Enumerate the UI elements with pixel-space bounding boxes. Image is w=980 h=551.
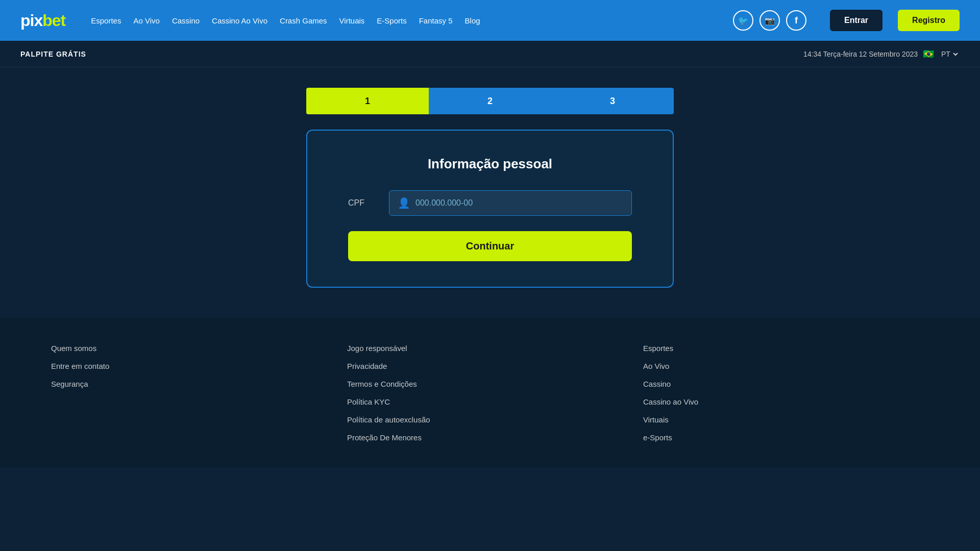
footer-virtuais[interactable]: Virtuais (643, 415, 929, 424)
form-title: Informação pessoal (348, 156, 632, 172)
social-links: 🐦 📷 f (733, 10, 806, 31)
footer-protecao-menores[interactable]: Proteção De Menores (347, 433, 633, 442)
logo-pix: pix (20, 11, 42, 30)
logo[interactable]: pixbet (20, 11, 65, 30)
footer-ao-vivo[interactable]: Ao Vivo (643, 362, 929, 370)
nav-fantasy5[interactable]: Fantasy 5 (419, 16, 453, 25)
cpf-input-wrapper: 👤 (389, 190, 632, 216)
continuar-button[interactable]: Continuar (348, 231, 632, 261)
footer-jogo-responsavel[interactable]: Jogo responsável (347, 344, 633, 353)
nav-esportes[interactable]: Esportes (91, 16, 121, 25)
step-2[interactable]: 2 (429, 88, 551, 114)
flag-icon: 🇧🇷 (923, 48, 934, 60)
nav-cassino-ao-vivo[interactable]: Cassino Ao Vivo (212, 16, 267, 25)
footer-seguranca[interactable]: Segurança (51, 380, 337, 388)
nav-e-sports[interactable]: E-Sports (377, 16, 406, 25)
instagram-icon[interactable]: 📷 (760, 10, 780, 31)
nav-cassino[interactable]: Cassino (172, 16, 200, 25)
nav-virtuais[interactable]: Virtuais (339, 16, 365, 25)
step-3[interactable]: 3 (551, 88, 674, 114)
registro-button[interactable]: Registro (898, 10, 960, 31)
footer-esportes[interactable]: Esportes (643, 344, 929, 353)
footer-cassino-ao-vivo[interactable]: Cassino ao Vivo (643, 397, 929, 406)
footer-col-1: Quem somos Entre em contato Segurança (51, 344, 337, 442)
header: pixbet Esportes Ao Vivo Cassino Cassino … (0, 0, 980, 41)
step-1[interactable]: 1 (306, 88, 429, 114)
footer-col-2: Jogo responsável Privacidade Termos e Co… (347, 344, 633, 442)
footer-autoexclusao[interactable]: Política de autoexclusão (347, 415, 633, 424)
palpite-gratis-label: PALPITE GRÁTIS (20, 50, 86, 58)
footer-kyc[interactable]: Política KYC (347, 397, 633, 406)
nav-crash-games[interactable]: Crash Games (280, 16, 327, 25)
step-1-label: 1 (365, 96, 370, 107)
main-nav: Esportes Ao Vivo Cassino Cassino Ao Vivo… (91, 16, 718, 25)
footer-grid: Quem somos Entre em contato Segurança Jo… (51, 344, 929, 442)
entrar-button[interactable]: Entrar (830, 10, 883, 31)
cpf-input[interactable] (415, 198, 623, 208)
step-2-label: 2 (487, 96, 493, 107)
footer-cassino[interactable]: Cassino (643, 380, 929, 388)
facebook-icon[interactable]: f (786, 10, 806, 31)
sub-header: PALPITE GRÁTIS 14:34 Terça-feira 12 Sete… (0, 41, 980, 67)
footer-e-sports[interactable]: e-Sports (643, 433, 929, 442)
cpf-row: CPF 👤 (348, 190, 632, 216)
nav-blog[interactable]: Blog (465, 16, 480, 25)
footer-entre-em-contato[interactable]: Entre em contato (51, 362, 337, 370)
steps-container: 1 2 3 (306, 88, 674, 114)
datetime-lang: 14:34 Terça-feira 12 Setembro 2023 🇧🇷 PT… (803, 48, 960, 60)
footer-quem-somos[interactable]: Quem somos (51, 344, 337, 353)
cpf-label: CPF (348, 198, 379, 208)
person-icon: 👤 (398, 197, 410, 209)
step-3-label: 3 (610, 96, 615, 107)
footer-privacidade[interactable]: Privacidade (347, 362, 633, 370)
logo-bet: bet (42, 11, 65, 30)
main-content: 1 2 3 Informação pessoal CPF 👤 Continuar (0, 67, 980, 318)
twitter-icon[interactable]: 🐦 (733, 10, 753, 31)
nav-ao-vivo[interactable]: Ao Vivo (133, 16, 159, 25)
form-card: Informação pessoal CPF 👤 Continuar (306, 130, 674, 288)
language-select[interactable]: PT EN (939, 49, 960, 59)
footer-col-3: Esportes Ao Vivo Cassino Cassino ao Vivo… (643, 344, 929, 442)
datetime-text: 14:34 Terça-feira 12 Setembro 2023 (803, 50, 918, 58)
footer-termos[interactable]: Termos e Condições (347, 380, 633, 388)
footer: Quem somos Entre em contato Segurança Jo… (0, 318, 980, 467)
